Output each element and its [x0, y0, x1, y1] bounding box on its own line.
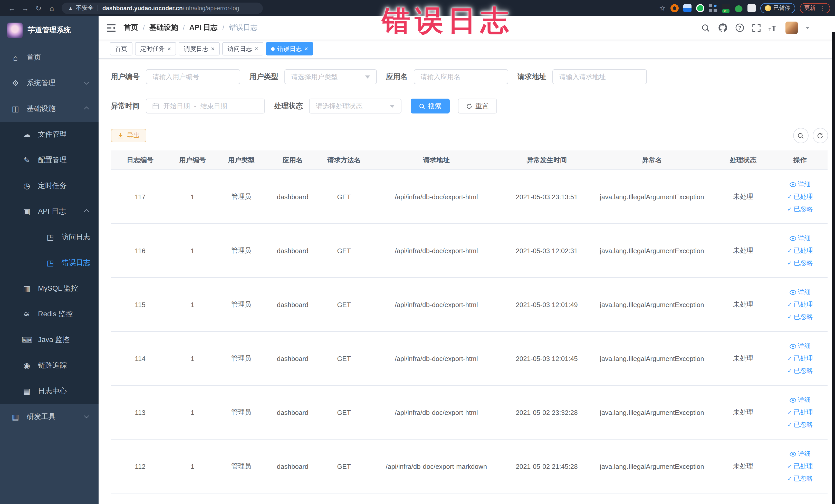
mark-ignored-link[interactable]: ✓已忽略: [787, 313, 813, 321]
sidebar-item-label: 文件管理: [38, 130, 67, 139]
sidebar-item-api-log[interactable]: ▣API 日志: [0, 199, 99, 224]
extension-orange-icon[interactable]: [670, 4, 678, 12]
mark-processed-link[interactable]: ✓已处理: [787, 192, 813, 201]
sidebar-item-label: 错误日志: [62, 258, 90, 267]
sidebar-item-label: 定时任务: [38, 181, 67, 190]
mark-ignored-link[interactable]: ✓已忽略: [787, 366, 813, 375]
request-url-cell: /api/infra/db-doc/export-html: [370, 193, 503, 201]
breadcrumb-separator: /: [222, 24, 224, 32]
forward-icon[interactable]: →: [19, 4, 32, 12]
close-icon[interactable]: ×: [304, 46, 308, 52]
extension-green-icon[interactable]: [696, 4, 704, 12]
back-icon[interactable]: ←: [5, 4, 19, 12]
bookmark-star-icon[interactable]: ☆: [659, 4, 666, 12]
sidebar-item-java-monitor[interactable]: ⌨Java 监控: [0, 327, 99, 353]
detail-link[interactable]: 详细: [790, 288, 811, 297]
process-status-select[interactable]: 请选择处理状态: [309, 99, 402, 114]
sidebar-item-trace[interactable]: ◉链路追踪: [0, 353, 99, 379]
extension-blue-icon[interactable]: [683, 4, 691, 12]
detail-link[interactable]: 详细: [790, 396, 811, 404]
sidebar-item-cron-task[interactable]: ◷定时任务: [0, 173, 99, 199]
refresh-table-button[interactable]: [812, 128, 828, 143]
search-button[interactable]: 搜索: [411, 99, 450, 114]
tab-cron-task[interactable]: 定时任务×: [135, 42, 176, 56]
table-row: 1161管理员dashboardGET/api/infra/db-doc/exp…: [111, 224, 828, 278]
home-browser-icon[interactable]: ⌂: [45, 4, 59, 12]
extension-grid-icon[interactable]: [709, 4, 717, 12]
export-button[interactable]: 导出: [111, 129, 146, 142]
sidebar-item-system-mgmt[interactable]: ⚙系统管理: [0, 70, 99, 96]
sidebar-item-config-mgmt[interactable]: ✎配置管理: [0, 147, 99, 173]
detail-link[interactable]: 详细: [790, 234, 811, 243]
sidebar-item-infra[interactable]: ◫基础设施: [0, 96, 99, 122]
font-size-icon[interactable]: TT: [768, 23, 778, 33]
exception-time-range-input[interactable]: 开始日期 - 结束日期: [146, 99, 265, 114]
extension-plant-icon[interactable]: [734, 4, 742, 12]
sidebar-item-mysql-monitor[interactable]: ▥MySQL 监控: [0, 276, 99, 301]
detail-link[interactable]: 详细: [790, 449, 811, 458]
user-id-input[interactable]: 请输入用户编号: [146, 69, 240, 84]
close-icon[interactable]: ×: [167, 46, 171, 52]
mark-processed-link[interactable]: ✓已处理: [787, 408, 813, 417]
mark-ignored-link[interactable]: ✓已忽略: [787, 474, 813, 483]
exception-time-label: 异常时间: [111, 101, 146, 110]
sidebar-item-log-center[interactable]: ▤日志中心: [0, 379, 99, 404]
sidebar-item-dev-tools[interactable]: ▦研发工具: [0, 404, 99, 430]
mark-processed-link[interactable]: ✓已处理: [787, 300, 813, 309]
close-icon[interactable]: ×: [211, 46, 215, 52]
avatar-caret-icon[interactable]: [805, 26, 809, 29]
mark-ignored-link[interactable]: ✓已忽略: [787, 205, 813, 213]
column-header: 请求地址: [370, 155, 503, 165]
app-name-input[interactable]: 请输入应用名: [414, 69, 508, 84]
breadcrumb-home[interactable]: 首页: [124, 23, 138, 32]
sidebar-item-redis-monitor[interactable]: ≋Redis 监控: [0, 301, 99, 327]
app-logo-row[interactable]: 芋道管理系统: [0, 16, 99, 45]
toggle-search-button[interactable]: [793, 128, 808, 143]
fullscreen-icon[interactable]: [751, 23, 761, 33]
mark-ignored-link[interactable]: ✓已忽略: [787, 420, 813, 429]
help-icon[interactable]: ?: [734, 23, 745, 33]
exception-cell: java.lang.IllegalArgumentException: [590, 301, 714, 308]
exception-cell: java.lang.IllegalArgumentException: [590, 355, 714, 362]
eye-icon: [790, 289, 796, 295]
github-icon[interactable]: [717, 23, 728, 33]
user-avatar[interactable]: [785, 22, 797, 34]
reload-icon[interactable]: ↻: [32, 4, 45, 12]
close-icon[interactable]: ×: [254, 46, 258, 52]
tab-error-log[interactable]: 错误日志×: [266, 42, 313, 56]
profile-paused-badge[interactable]: 已暂停: [760, 3, 795, 13]
redis-icon: ≋: [22, 310, 32, 319]
breadcrumb-infra[interactable]: 基础设施: [149, 23, 178, 32]
tab-home[interactable]: 首页: [110, 42, 133, 56]
breadcrumb-api-log[interactable]: API 日志: [189, 23, 218, 32]
user-type-select[interactable]: 请选择用户类型: [284, 69, 377, 84]
kebab-menu-icon[interactable]: ⋮: [819, 4, 825, 12]
column-header: 用户编号: [169, 155, 216, 165]
scrollbar-track[interactable]: [831, 32, 835, 504]
tab-access-log[interactable]: 访问日志×: [222, 42, 263, 56]
search-icon[interactable]: [700, 23, 711, 33]
browser-update-button[interactable]: 更新 ⋮: [799, 3, 830, 13]
detail-link[interactable]: 详细: [790, 342, 811, 350]
extension-on-badge-icon[interactable]: [721, 4, 730, 12]
main-area: 首页 / 基础设施 / API 日志 / 错误日志 ?: [99, 16, 835, 504]
detail-link[interactable]: 详细: [790, 180, 811, 189]
mark-processed-link[interactable]: ✓已处理: [787, 354, 813, 363]
tab-schedule-log[interactable]: 调度日志×: [179, 42, 220, 56]
reset-button[interactable]: 重置: [458, 99, 497, 114]
time-cell: 2021-05-02 23:32:28: [503, 408, 590, 416]
request-url-input[interactable]: 请输入请求地址: [552, 69, 647, 84]
sidebar-item-home[interactable]: ⌂首页: [0, 45, 99, 70]
column-header: 日志编号: [111, 155, 169, 165]
tab-label: 调度日志: [184, 44, 208, 53]
mark-processed-link[interactable]: ✓已处理: [787, 462, 813, 471]
sidebar-item-error-log[interactable]: ◳错误日志: [0, 250, 99, 276]
mark-processed-link[interactable]: ✓已处理: [787, 246, 813, 255]
sidebar-item-access-log[interactable]: ◳访问日志: [0, 224, 99, 250]
sidebar-fold-icon[interactable]: [107, 24, 116, 32]
mark-ignored-link[interactable]: ✓已忽略: [787, 259, 813, 267]
chevron-down-icon: [390, 104, 395, 107]
extensions-puzzle-icon[interactable]: [747, 4, 755, 12]
address-bar[interactable]: ▲ 不安全 dashboard.yudao.iocoder.cn/infra/l…: [62, 2, 263, 14]
sidebar-item-file-mgmt[interactable]: ☁文件管理: [0, 122, 99, 147]
